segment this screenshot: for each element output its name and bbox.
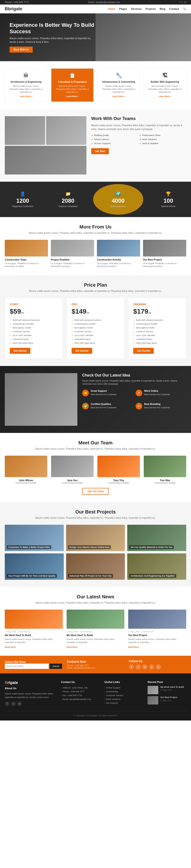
get-started-pro[interactable]: Get Started (72, 348, 92, 354)
happiness-icon: 👤 (2, 191, 43, 196)
price-features-premium: Build with advance business Customizing … (133, 318, 181, 345)
plan-name-start: Start (10, 303, 58, 306)
learn-more-3[interactable]: Learn More › (112, 95, 125, 97)
subscribe-submit-button[interactable]: Submit (50, 663, 62, 669)
news-card-1: 17 Aug, 2019 Customize (0) We Work Hard … (5, 610, 63, 649)
facebook-icon[interactable]: f (179, 1, 180, 4)
news-title-2: We Work Hard To Build (67, 634, 125, 637)
nav-contact[interactable]: Contact (169, 7, 179, 10)
member-role-3: Customizing to builder (98, 482, 140, 484)
link-customizing[interactable]: Customizing (104, 690, 143, 693)
follow-label: Follow Us (129, 659, 186, 663)
nav-home[interactable]: Home (108, 7, 116, 10)
feature-item: Work with large demo (133, 341, 181, 345)
nav-pages[interactable]: Pages (119, 7, 127, 10)
best-proj-1[interactable]: Customize To Make A Better Project Plan (5, 525, 64, 551)
link-our-projects[interactable]: Our Projects (104, 701, 143, 705)
read-more-3[interactable]: Read More (128, 646, 139, 648)
learn-more-4[interactable]: Learn More › (158, 95, 171, 97)
proj-label-2: Design Your Interior House Online Fast (68, 545, 111, 549)
best-proj-5[interactable]: Industrial Plan Of Project In For Your C… (66, 553, 125, 580)
learn-more-2[interactable]: Learn More › (66, 95, 79, 97)
footer-linkedin[interactable]: in (17, 702, 22, 706)
latest-idea-image (5, 373, 77, 426)
footer-contact-title: Contact Us (61, 681, 100, 683)
branches-icon: 🌍 (98, 191, 139, 196)
best-proj-6[interactable]: Architecture And Engineering Are Togethe… (127, 553, 186, 580)
subscribe-form: Submit (5, 663, 62, 669)
subscribe-input[interactable] (5, 663, 49, 669)
topbar: Phone: +246 848 7777 Email: sample@examp… (0, 0, 191, 4)
search-icon[interactable]: 🔍 (183, 7, 186, 10)
feature-item: Customer Service (72, 330, 120, 334)
meet-team-sub: Mauris mattis auctor cursus. Phasellus t… (5, 447, 186, 451)
more-from-us-sub: Mauris mattis auctor cursus. Phasellus t… (5, 231, 186, 235)
get-start-button[interactable]: Get Start (91, 148, 109, 154)
team-member-2: Jane Son Customizing to builder (51, 456, 93, 484)
social-twitter[interactable]: t (136, 664, 141, 670)
team-grid: John Wilson Customizing to builder Jane … (5, 456, 186, 484)
hero-cta-button[interactable]: Work With Us (9, 46, 33, 53)
nav-services[interactable]: Services (131, 7, 142, 10)
proj-label-1: Customize To Make A Better Project Plan (7, 545, 51, 549)
team-img-john (5, 456, 47, 477)
service-title-1: Architecture & Engineering (8, 81, 44, 83)
feature-item: Unlimited Project (10, 337, 58, 341)
latest-news-section: Our Latest News Mauris mattis auctor cur… (0, 587, 191, 656)
feature-building-quality: ✔Building Quality (91, 134, 138, 137)
subscribe-bar: Subscribe Now Submit Contacts Now Phone:… (0, 656, 191, 674)
footer-bottom: © Copyright 2019 Brigate. All Rights Res… (5, 711, 186, 717)
site-logo[interactable]: Bbrigate (5, 6, 22, 11)
learn-more-1[interactable]: Learn More › (20, 95, 33, 97)
social-facebook[interactable]: f (129, 664, 134, 670)
project-card-2: Project Deadline Ut at augue. Phasellus … (51, 240, 94, 268)
best-proj-4[interactable]: Your Project Will Be On Time And Best Qu… (5, 553, 64, 580)
idea-title-3: Certified Qualities (91, 403, 116, 405)
feature-item: Up to 100+ Member (133, 334, 181, 337)
best-proj-2[interactable]: Design Your Interior House Online Fast (66, 525, 125, 551)
link-customer-service[interactable]: Customer Service (104, 693, 143, 697)
recent-post-1: We Work Hard To Build 17 Aug, 2019 (148, 686, 186, 694)
hero-section: Experience Is Better Way To Build Succes… (0, 13, 191, 61)
member-role-2: Customizing to builder (51, 482, 93, 484)
read-more-2[interactable]: Read More (67, 646, 78, 648)
get-started-premium[interactable]: Get Started (133, 348, 154, 354)
latest-idea-left (5, 373, 77, 426)
get-started-start[interactable]: Get Started (10, 348, 30, 354)
join-our-team-button[interactable]: Join Our Team (82, 488, 108, 495)
check-icon-1: ✔ (91, 134, 93, 137)
idea-desc-4: Best Service For Customer (144, 406, 170, 409)
link-online-support[interactable]: Online Support (104, 686, 143, 690)
contacts-section: Contacts Now Phone: +246 848 7777 Email:… (67, 660, 124, 669)
news-grid: 17 Aug, 2019 Customize (0) We Work Hard … (5, 610, 186, 649)
footer-twitter[interactable]: t (11, 702, 16, 706)
footer-facebook[interactable]: f (5, 702, 9, 706)
footer: Brigate About Us Mauris mattis auctor cu… (0, 674, 191, 720)
team-img-1 (5, 116, 45, 145)
idea-title-1: Great Support (91, 390, 116, 392)
link-work-solutions[interactable]: Work Solutions (104, 697, 143, 701)
hero-image (96, 13, 191, 61)
feature-item: Build with advance business (133, 318, 181, 322)
social-youtube[interactable]: y (156, 664, 161, 670)
footer-about: Brigate About Us Mauris mattis auctor cu… (5, 681, 56, 706)
more-projects-grid: Construction Team Ut at augue. Phasellus… (5, 240, 186, 268)
nav-projects[interactable]: Projects (145, 7, 156, 10)
linkedin-icon[interactable]: in (184, 1, 186, 4)
news-card-2: 17 Aug, 2019 Customize (0) We Work Hard … (67, 610, 125, 649)
idea-feature-3: ✅ Certified Qualities Best Service For C… (82, 403, 133, 413)
social-instagram[interactable]: in (142, 664, 148, 670)
feature-item: Customizing to builder (72, 322, 120, 326)
read-more-1[interactable]: Read More (5, 646, 16, 648)
proj-title-2: Project Deadline (51, 258, 94, 261)
member-role-4: Customizing to builder (144, 482, 186, 484)
proj-desc-2: Ut at augue. Phasellus ut ornare mi elem… (51, 262, 94, 268)
social-pinterest[interactable]: p (149, 664, 154, 670)
subscribe-label: Subscribe Now (5, 660, 62, 663)
best-proj-3[interactable]: We Use Quality Material In Order For You (127, 525, 186, 551)
nav-blog[interactable]: Blog (160, 7, 165, 10)
stats-section: 👤 1200 Happiness Customers 📁 2080 Projec… (0, 182, 191, 217)
check-icon-2: ✔ (140, 134, 141, 137)
contact-email: Email: sample@example.com (61, 697, 100, 701)
twitter-icon[interactable]: t (182, 1, 182, 4)
